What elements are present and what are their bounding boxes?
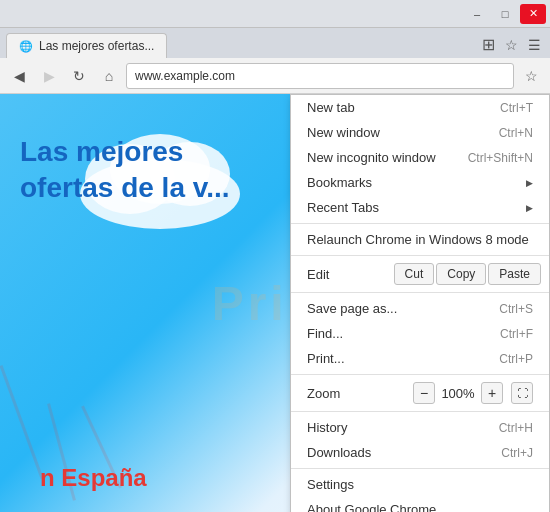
- separator-5: [291, 411, 549, 412]
- back-button[interactable]: ◀: [6, 63, 32, 89]
- webpage-headline: Las mejores ofertas de la v...: [20, 134, 230, 207]
- new-tab-button[interactable]: ⊞: [478, 35, 498, 54]
- paste-button[interactable]: Paste: [488, 263, 541, 285]
- zoom-fullscreen-button[interactable]: ⛶: [511, 382, 533, 404]
- separator-4: [291, 374, 549, 375]
- home-button[interactable]: ⌂: [96, 63, 122, 89]
- headline-line1: Las mejores: [20, 136, 183, 167]
- address-bar[interactable]: www.example.com: [126, 63, 514, 89]
- reload-button[interactable]: ↻: [66, 63, 92, 89]
- menu-icon[interactable]: ☰: [524, 37, 544, 53]
- separator-1: [291, 223, 549, 224]
- zoom-plus-button[interactable]: +: [481, 382, 503, 404]
- close-button[interactable]: ✕: [520, 4, 546, 24]
- separator-2: [291, 255, 549, 256]
- context-menu: New tab Ctrl+T New window Ctrl+N New inc…: [290, 94, 550, 512]
- webpage-bottom-text: n España: [40, 464, 147, 492]
- menu-item-recent-tabs[interactable]: Recent Tabs: [291, 195, 549, 220]
- browser-frame: – □ ✕ 🌐 Las mejores ofertas... ⊞ ☆ ☰ ◀ ▶…: [0, 0, 550, 512]
- active-tab[interactable]: 🌐 Las mejores ofertas...: [6, 33, 167, 58]
- star-button[interactable]: ☆: [518, 63, 544, 89]
- menu-item-downloads[interactable]: Downloads Ctrl+J: [291, 440, 549, 465]
- menu-item-save-page[interactable]: Save page as... Ctrl+S: [291, 296, 549, 321]
- menu-item-new-tab[interactable]: New tab Ctrl+T: [291, 95, 549, 120]
- menu-item-history[interactable]: History Ctrl+H: [291, 415, 549, 440]
- tab-title: Las mejores ofertas...: [39, 39, 154, 53]
- tab-bar: 🌐 Las mejores ofertas... ⊞ ☆ ☰: [0, 28, 550, 58]
- menu-item-relaunch[interactable]: Relaunch Chrome in Windows 8 mode: [291, 227, 549, 252]
- menu-item-settings[interactable]: Settings: [291, 472, 549, 497]
- bottom-text: n España: [40, 464, 147, 491]
- headline-line2: ofertas de la v...: [20, 172, 230, 203]
- separator-6: [291, 468, 549, 469]
- maximize-button[interactable]: □: [492, 4, 518, 24]
- zoom-row: Zoom − 100% + ⛶: [291, 378, 549, 408]
- cut-button[interactable]: Cut: [394, 263, 435, 285]
- edit-row: Edit Cut Copy Paste: [291, 259, 549, 289]
- copy-button[interactable]: Copy: [436, 263, 486, 285]
- edit-label: Edit: [299, 267, 392, 282]
- menu-item-about[interactable]: About Google Chrome: [291, 497, 549, 512]
- separator-3: [291, 292, 549, 293]
- menu-item-bookmarks[interactable]: Bookmarks: [291, 170, 549, 195]
- minimize-button[interactable]: –: [464, 4, 490, 24]
- zoom-minus-button[interactable]: −: [413, 382, 435, 404]
- menu-item-print[interactable]: Print... Ctrl+P: [291, 346, 549, 371]
- toolbar: ◀ ▶ ↻ ⌂ www.example.com ☆: [0, 58, 550, 94]
- address-text: www.example.com: [135, 69, 235, 83]
- title-bar: – □ ✕: [0, 0, 550, 28]
- webpage-content: Las mejores ofertas de la v... Priin n E…: [0, 94, 550, 512]
- tab-settings-icon[interactable]: ☆: [501, 37, 521, 53]
- menu-item-new-incognito[interactable]: New incognito window Ctrl+Shift+N: [291, 145, 549, 170]
- menu-item-new-window[interactable]: New window Ctrl+N: [291, 120, 549, 145]
- zoom-value: 100%: [439, 386, 477, 401]
- forward-button[interactable]: ▶: [36, 63, 62, 89]
- menu-item-find[interactable]: Find... Ctrl+F: [291, 321, 549, 346]
- zoom-label: Zoom: [307, 386, 409, 401]
